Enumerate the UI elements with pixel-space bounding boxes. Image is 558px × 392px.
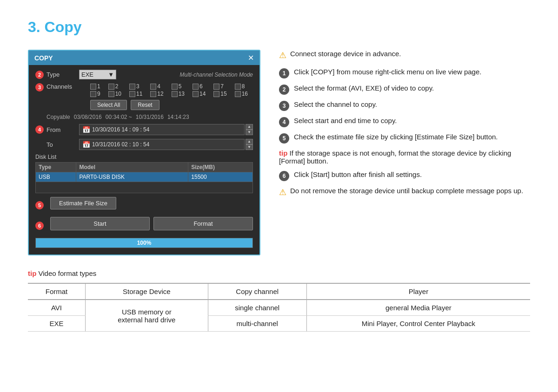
from-spinner[interactable]: ▲ ▼: [246, 124, 253, 135]
step-num-2: 2: [279, 85, 289, 95]
ch-13[interactable]: 13: [172, 91, 190, 97]
copyable-label: Copyable: [46, 114, 70, 120]
estimate-file-size-button[interactable]: Estimate File Size: [50, 197, 116, 209]
disk-list-section: Disk List Type Model Size(MB) USB PART0-…: [35, 154, 253, 193]
avi-format: AVI: [28, 300, 85, 316]
ch-11[interactable]: 11: [129, 91, 147, 97]
to-down-arrow[interactable]: ▼: [246, 144, 253, 150]
copyable-from-date: 03/08/2016: [74, 114, 102, 120]
dialog-body: 2 Type EXE ▼ Multi-channel Selection Mod…: [29, 65, 259, 255]
channel-btn-row: Select All Reset: [90, 100, 253, 110]
ch-4[interactable]: 4: [150, 83, 168, 90]
from-row: 4 From 📅 10/30/2016 14 : 09 : 54 ▲ ▼: [35, 124, 253, 135]
multichannel-label: Multi-channel Selection Mode: [180, 72, 253, 78]
warning-2: ⚠ Do not remove the storage device until…: [279, 187, 530, 197]
to-label: To: [46, 141, 79, 148]
ch-2[interactable]: 2: [108, 83, 126, 90]
to-datetime-field[interactable]: 📅 10/31/2016 02 : 10 : 54: [79, 139, 245, 150]
calendar-to-icon: 📅: [82, 141, 90, 148]
from-datetime-field[interactable]: 📅 10/30/2016 14 : 09 : 54: [79, 124, 245, 135]
tip-block: tip If the storage space is not enough, …: [279, 149, 530, 165]
progress-bar-fill: 100%: [36, 238, 252, 248]
dialog-title: COPY: [34, 54, 53, 62]
disk-row-usb[interactable]: USB PART0-USB DISK 15500: [36, 172, 253, 182]
ch-15[interactable]: 15: [213, 91, 232, 97]
copyable-row: Copyable 03/08/2016 00:34:02 ~ 10/31/201…: [46, 114, 253, 120]
exe-format: EXE: [28, 316, 85, 332]
step-num-6: 6: [279, 171, 289, 181]
copy-dialog: COPY ✕ 2 Type EXE ▼ Multi-channel Select…: [28, 50, 260, 255]
badge-channels: 3: [35, 83, 44, 91]
ch-16[interactable]: 16: [235, 91, 253, 97]
start-button[interactable]: Start: [50, 217, 150, 230]
from-down-arrow[interactable]: ▼: [246, 130, 253, 135]
copyable-to-date: 10/31/2016: [136, 114, 164, 120]
disk-col-size: Size(MB): [188, 163, 253, 172]
ch-9[interactable]: 9: [90, 91, 106, 97]
warning-1: ⚠ Connect storage device in advance.: [279, 50, 530, 60]
ch-12[interactable]: 12: [150, 91, 168, 97]
ch-7[interactable]: 7: [213, 83, 232, 90]
disk-list-label: Disk List: [35, 154, 253, 160]
exe-player: Mini Player, Control Center Playback: [306, 316, 530, 332]
estimate-row: 5 Estimate File Size: [35, 197, 253, 213]
ch-5[interactable]: 5: [172, 83, 190, 90]
ch-10[interactable]: 10: [108, 91, 126, 97]
exe-channel: multi-channel: [208, 316, 306, 332]
disk-model: PART0-USB DISK: [76, 172, 188, 182]
step-5-text: Check the estimate file size by clicking…: [294, 133, 498, 141]
reset-button[interactable]: Reset: [131, 100, 159, 110]
step-1: 1 Click [COPY] from mouse right-click me…: [279, 68, 530, 78]
disk-col-type: Type: [36, 163, 76, 172]
type-row: 2 Type EXE ▼ Multi-channel Selection Mod…: [35, 70, 253, 79]
to-up-arrow[interactable]: ▲: [246, 139, 253, 144]
page-title: 3. Copy: [28, 19, 530, 36]
from-up-arrow[interactable]: ▲: [246, 124, 253, 130]
step-2: 2 Select the format (AVI, EXE) of video …: [279, 84, 530, 95]
disk-row-empty: [36, 182, 253, 193]
dialog-titlebar: COPY ✕: [29, 51, 259, 65]
ch-3[interactable]: 3: [129, 83, 147, 90]
type-select[interactable]: EXE ▼: [79, 70, 116, 79]
from-value: 10/30/2016 14 : 09 : 54: [92, 126, 149, 133]
avi-channel: single channel: [208, 300, 306, 316]
channels-label: Channels: [46, 83, 79, 90]
format-table: Format Storage Device Copy channel Playe…: [28, 283, 530, 332]
select-all-button[interactable]: Select All: [90, 100, 127, 110]
warning-1-text: Connect storage device in advance.: [290, 50, 401, 58]
format-button[interactable]: Format: [153, 217, 253, 230]
warning-2-text: Do not remove the storage device until b…: [290, 187, 523, 195]
ch-14[interactable]: 14: [193, 91, 211, 97]
instructions-panel: ⚠ Connect storage device in advance. 1 C…: [279, 50, 530, 205]
disk-size: 15500: [188, 172, 253, 182]
ch-8[interactable]: 8: [235, 83, 253, 90]
to-spinner[interactable]: ▲ ▼: [246, 139, 253, 150]
ch-1[interactable]: 1: [90, 83, 106, 90]
calendar-icon: 📅: [82, 126, 90, 133]
warning-icon-1: ⚠: [279, 50, 286, 60]
bottom-tip-label: tip: [28, 269, 36, 277]
disk-table: Type Model Size(MB) USB PART0-USB DISK 1…: [35, 162, 253, 193]
disk-col-model: Model: [76, 163, 188, 172]
col-storage: Storage Device: [85, 283, 208, 300]
main-layout: COPY ✕ 2 Type EXE ▼ Multi-channel Select…: [28, 50, 530, 255]
badge-type: 2: [35, 71, 44, 79]
ch-6[interactable]: 6: [193, 83, 211, 90]
dialog-close-button[interactable]: ✕: [248, 53, 254, 62]
bottom-tip-text: Video format types: [39, 269, 97, 277]
progress-bar: 100%: [35, 238, 253, 248]
warning-icon-2: ⚠: [279, 187, 286, 197]
step-4-text: Select start and end time to copy.: [294, 117, 397, 124]
type-label: Type: [46, 71, 79, 78]
badge-from: 4: [35, 125, 44, 134]
avi-player: general Media Player: [306, 300, 530, 316]
channels-grid: 1 2 3 4 5 6 7 8 9 10 11 12 13 14: [90, 83, 253, 97]
to-row: To 📅 10/31/2016 02 : 10 : 54 ▲ ▼: [35, 139, 253, 150]
step-num-3: 3: [279, 101, 289, 111]
bottom-section: tip Video format types Format Storage De…: [28, 269, 530, 332]
copyable-from-time: 00:34:02 ~: [106, 114, 132, 120]
from-label: From: [46, 126, 79, 133]
dropdown-arrow-icon: ▼: [108, 71, 114, 78]
step-2-text: Select the format (AVI, EXE) of video to…: [294, 84, 434, 92]
tip-video-label: tip Video format types: [28, 269, 530, 277]
